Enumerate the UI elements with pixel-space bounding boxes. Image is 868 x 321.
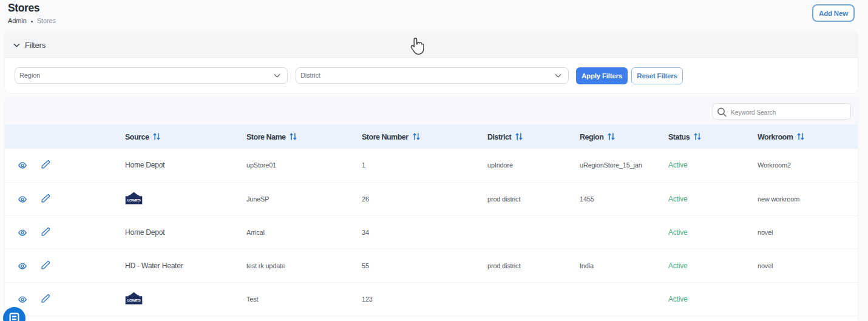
svg-text:LOWE'S: LOWE'S	[127, 298, 141, 302]
svg-text:LOWE'S: LOWE'S	[127, 198, 141, 202]
